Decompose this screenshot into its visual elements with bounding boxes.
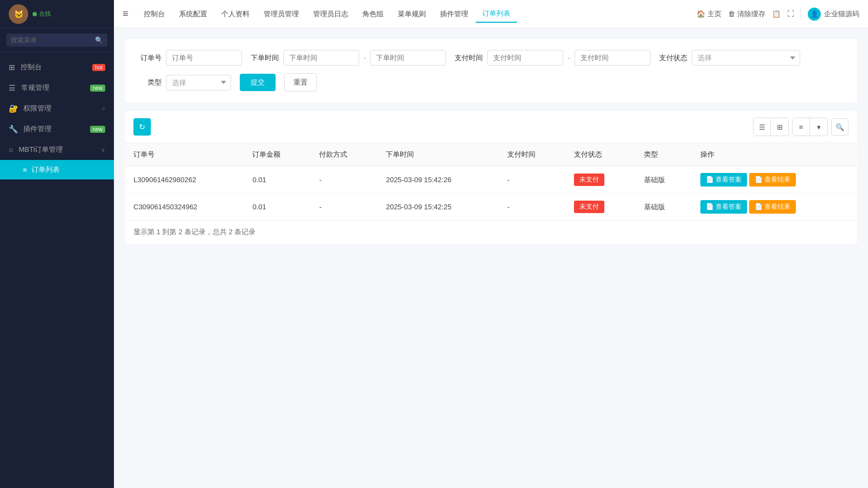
cell-pay-time: - xyxy=(499,194,565,221)
refresh-icon: ↻ xyxy=(139,123,145,131)
sidebar-item-permission[interactable]: 🔐 权限管理 > xyxy=(0,98,114,119)
list-view-button[interactable]: ☰ xyxy=(754,118,771,136)
topnav-home-btn[interactable]: 🏠 主页 xyxy=(697,9,722,19)
order-no-input[interactable] xyxy=(166,50,242,66)
order-no-label: 订单号 xyxy=(138,53,162,63)
mbti-arrow: ∨ xyxy=(101,146,105,153)
topnav-plugin-manage[interactable]: 插件管理 xyxy=(433,6,475,22)
pay-time-dash: - xyxy=(567,54,570,62)
search-table-button[interactable]: 🔍 xyxy=(831,118,848,136)
topnav-system-config[interactable]: 系统配置 xyxy=(173,6,214,22)
cell-amount: 0.01 xyxy=(244,166,310,194)
reset-button[interactable]: 重置 xyxy=(284,73,317,92)
topnav-dashboard[interactable]: 控制台 xyxy=(137,6,171,22)
table-area: ↻ ☰ ⊞ ≡ xyxy=(125,111,857,243)
data-table: 订单号 订单金额 付款方式 下单时间 支付时间 支付状态 类型 操作 L3090… xyxy=(125,143,857,220)
order-time-end-input[interactable] xyxy=(370,50,446,66)
sidebar-item-common[interactable]: ☰ 常规管理 new xyxy=(0,78,114,98)
search-icon: 🔍 xyxy=(835,123,844,131)
sidebar: 🐱 在线 🔍 ⊞ 控制台 hot ☰ 常规管理 new 🔐 权限管理 xyxy=(0,0,114,488)
toolbar-left: ↻ xyxy=(133,118,151,136)
sidebar-search-inner[interactable]: 🔍 xyxy=(7,34,107,47)
pay-time-label: 支付时间 xyxy=(455,53,483,63)
topnav-extra-btn[interactable]: 📋 xyxy=(772,10,781,18)
pay-status-select[interactable]: 选择 已支付 未支付 xyxy=(692,50,800,66)
sidebar-item-mbti[interactable]: ○ MBTi订单管理 ∨ xyxy=(0,139,114,160)
sidebar-item-plugin[interactable]: 🔧 插件管理 new xyxy=(0,119,114,139)
column-toggle-group: ≡ ▾ xyxy=(792,118,828,136)
cell-pay-status: 未支付 xyxy=(565,194,635,221)
cell-pay-time: - xyxy=(499,166,565,194)
topnav-clear-cache-btn[interactable]: 🗑 清除缓存 xyxy=(728,9,765,19)
filter-row-2: 类型 选择 基础版 高级版 提交 重置 xyxy=(138,73,844,92)
content-area: 订单号 下单时间 - 支付时间 - 支付状态 xyxy=(114,28,868,488)
brand-icon: 👤 xyxy=(808,8,821,21)
col-type: 类型 xyxy=(635,143,692,166)
sidebar-item-dashboard[interactable]: ⊞ 控制台 hot xyxy=(0,57,114,78)
permission-icon: 🔐 xyxy=(9,104,18,113)
search-input[interactable] xyxy=(11,36,95,44)
table-footer: 显示第 1 到第 2 条记录，总共 2 条记录 xyxy=(125,220,857,243)
clipboard-icon: 📋 xyxy=(772,10,781,18)
refresh-button[interactable]: ↻ xyxy=(133,118,151,136)
pay-status-label: 支付状态 xyxy=(659,53,687,63)
common-icon: ☰ xyxy=(9,84,16,92)
cell-pay-method: - xyxy=(310,194,377,221)
column-icon: ≡ xyxy=(799,123,803,131)
clear-icon: 🗑 xyxy=(728,10,735,18)
topnav: ≡ 控制台 系统配置 个人资料 管理员管理 管理员日志 角色组 菜单规则 插件管… xyxy=(114,0,868,28)
topnav-profile[interactable]: 个人资料 xyxy=(215,6,256,22)
col-action: 操作 xyxy=(692,143,857,166)
status-badge: 未支付 xyxy=(574,174,604,186)
cell-pay-method: - xyxy=(310,166,377,194)
sidebar-header: 🐱 在线 xyxy=(0,0,114,28)
type-select[interactable]: 选择 基础版 高级版 xyxy=(166,75,231,91)
permission-arrow: > xyxy=(102,105,105,112)
sidebar-item-order-list[interactable]: ≡ 订单列表 xyxy=(0,160,114,179)
order-time-dash: - xyxy=(363,54,366,62)
home-icon: 🏠 xyxy=(697,10,705,18)
table-header-row: 订单号 订单金额 付款方式 下单时间 支付时间 支付状态 类型 操作 xyxy=(125,143,857,166)
filter-panel: 订单号 下单时间 - 支付时间 - 支付状态 xyxy=(125,39,857,102)
filter-pay-status: 支付状态 选择 已支付 未支付 xyxy=(659,50,800,66)
filter-order-no: 订单号 xyxy=(138,50,242,66)
sidebar-nav: ⊞ 控制台 hot ☰ 常规管理 new 🔐 权限管理 > 🔧 插件管理 new… xyxy=(0,53,114,488)
topnav-admin-log[interactable]: 管理员日志 xyxy=(307,6,355,22)
cell-type: 基础版 xyxy=(635,194,692,221)
topnav-items: 控制台 系统配置 个人资料 管理员管理 管理员日志 角色组 菜单规则 插件管理 … xyxy=(137,5,697,23)
grid-view-button[interactable]: ⊞ xyxy=(771,118,788,136)
type-label: 类型 xyxy=(138,78,162,87)
view-toggle-group: ☰ ⊞ xyxy=(753,118,789,136)
cell-amount: 0.01 xyxy=(244,194,310,221)
action-btn-1[interactable]: 📄 查看结果 xyxy=(749,200,796,214)
column-arrow-button[interactable]: ▾ xyxy=(810,118,827,136)
status-dot xyxy=(33,12,37,16)
table-row: C309061450324962 0.01 - 2025-03-09 15:42… xyxy=(125,194,857,221)
dashboard-icon: ⊞ xyxy=(9,63,15,72)
col-order-time: 下单时间 xyxy=(377,143,499,166)
topnav-admin-manage[interactable]: 管理员管理 xyxy=(257,6,305,22)
pay-time-end-input[interactable] xyxy=(575,50,650,66)
grid-icon: ⊞ xyxy=(777,123,783,131)
topnav-fullscreen-btn[interactable]: ⛶ xyxy=(787,10,794,18)
order-time-start-input[interactable] xyxy=(283,50,359,66)
mbti-icon: ○ xyxy=(9,145,13,154)
cell-order-no: C309061450324962 xyxy=(125,194,244,221)
action-btn-1[interactable]: 📄 查看结果 xyxy=(749,173,796,187)
menu-toggle-button[interactable]: ≡ xyxy=(123,8,129,20)
submit-button[interactable]: 提交 xyxy=(240,74,276,91)
topnav-menu-rule[interactable]: 菜单规则 xyxy=(391,6,432,22)
topnav-order-list[interactable]: 订单列表 xyxy=(476,5,517,23)
pay-time-start-input[interactable] xyxy=(487,50,563,66)
cell-actions: 📄 查看答案 📄 查看结果 xyxy=(692,166,857,194)
cell-order-time: 2025-03-09 15:42:26 xyxy=(377,166,499,194)
search-icon: 🔍 xyxy=(95,36,103,44)
avatar-icon: 🐱 xyxy=(14,10,23,18)
topnav-brand[interactable]: 👤 企业猫源码 xyxy=(808,8,859,21)
column-button[interactable]: ≡ xyxy=(793,118,810,136)
col-order-no: 订单号 xyxy=(125,143,244,166)
action-btn-0[interactable]: 📄 查看答案 xyxy=(700,173,747,187)
topnav-role-group[interactable]: 角色组 xyxy=(356,6,390,22)
action-btn-0[interactable]: 📄 查看答案 xyxy=(700,200,747,214)
fullscreen-icon: ⛶ xyxy=(787,10,794,18)
